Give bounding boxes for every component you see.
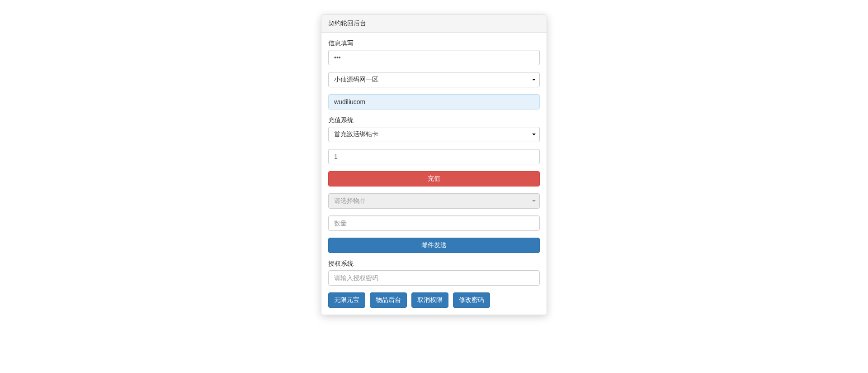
change-password-button[interactable]: 修改密码 — [453, 292, 490, 308]
chevron-down-icon — [532, 79, 536, 81]
recharge-amount-input[interactable] — [328, 149, 540, 164]
item-select[interactable]: 请选择物品 — [328, 193, 540, 209]
chevron-down-icon — [532, 200, 536, 202]
recharge-label: 充值系统 — [328, 116, 354, 124]
info-section: 信息填写 — [328, 39, 540, 65]
auth-section: 授权系统 — [328, 260, 540, 286]
recharge-type-label: 首充激活绑钻卡 — [334, 130, 378, 139]
auth-button-row: 无限元宝 物品后台 取消权限 修改密码 — [328, 292, 540, 308]
password-input[interactable] — [328, 50, 540, 65]
account-wrap — [328, 94, 540, 110]
item-admin-button[interactable]: 物品后台 — [370, 292, 407, 308]
zone-selected-label: 小仙源码网一区 — [334, 76, 378, 84]
recharge-amount-wrap — [328, 149, 540, 164]
recharge-submit-wrap: 充值 — [328, 171, 540, 186]
recharge-section: 充值系统 首充激活绑钻卡 — [328, 116, 540, 142]
item-qty-input[interactable] — [328, 215, 540, 231]
zone-select-wrap: 小仙源码网一区 — [328, 72, 540, 87]
recharge-button[interactable]: 充值 — [328, 171, 540, 186]
revoke-button[interactable]: 取消权限 — [411, 292, 448, 308]
mail-send-button[interactable]: 邮件发送 — [328, 238, 540, 253]
unlimited-gold-button[interactable]: 无限元宝 — [328, 292, 365, 308]
auth-password-input[interactable] — [328, 270, 540, 286]
chevron-down-icon — [532, 134, 536, 135]
panel-title: 契约轮回后台 — [321, 15, 547, 33]
info-label: 信息填写 — [328, 39, 354, 48]
item-select-placeholder: 请选择物品 — [334, 197, 366, 205]
mail-send-wrap: 邮件发送 — [328, 238, 540, 253]
panel-body: 信息填写 小仙源码网一区 充值系统 首充激活绑钻卡 充值 — [321, 33, 547, 315]
zone-select[interactable]: 小仙源码网一区 — [328, 72, 540, 87]
auth-label: 授权系统 — [328, 260, 354, 268]
item-select-wrap: 请选择物品 — [328, 193, 540, 209]
account-input[interactable] — [328, 94, 540, 110]
recharge-type-select[interactable]: 首充激活绑钻卡 — [328, 127, 540, 142]
item-qty-wrap — [328, 215, 540, 231]
admin-panel: 契约轮回后台 信息填写 小仙源码网一区 充值系统 首充激活绑钻卡 — [321, 14, 547, 315]
